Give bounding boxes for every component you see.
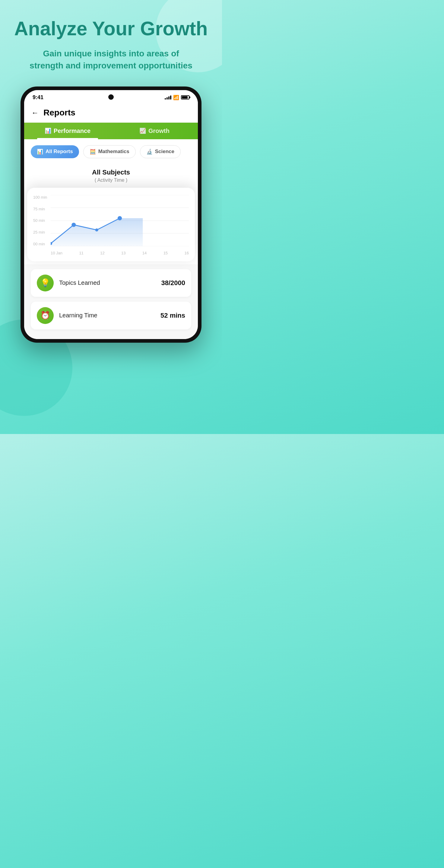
- signal-bar-3: [168, 96, 170, 99]
- topics-icon-circle: 💡: [37, 275, 54, 291]
- app-header: ← Reports: [24, 103, 198, 123]
- line-chart-svg: [51, 195, 189, 246]
- topics-icon: 💡: [40, 278, 50, 287]
- y-label-25min: 25 min: [33, 230, 50, 235]
- filter-math-label: Mathematics: [98, 149, 129, 155]
- time-icon-circle: ⏰: [37, 307, 54, 324]
- tab-growth-label: Growth: [148, 127, 170, 134]
- tab-performance[interactable]: 📊 Performance: [24, 123, 111, 139]
- battery-icon: [181, 95, 189, 99]
- wifi-icon: 📶: [173, 95, 179, 100]
- status-time: 9:41: [33, 94, 43, 101]
- back-button[interactable]: ←: [31, 108, 39, 117]
- filter-all-icon: 📊: [37, 149, 43, 155]
- filter-science-icon: 🔬: [146, 149, 153, 155]
- chart-inner: [51, 195, 189, 246]
- signal-bar-2: [167, 97, 168, 99]
- tab-performance-label: Performance: [54, 127, 90, 134]
- filter-all-label: All Reports: [46, 149, 73, 155]
- filter-math-icon: 🧮: [90, 149, 96, 155]
- filter-row: 📊 All Reports 🧮 Mathematics 🔬 Science: [24, 139, 198, 162]
- topics-value: 38/2000: [161, 279, 185, 287]
- chart-section: All Subjects ( Activity Time ) 00 min 25…: [24, 162, 198, 264]
- status-icons: 📶: [165, 95, 189, 100]
- hero-title: Analyze Your Growth: [14, 18, 208, 39]
- battery-fill: [182, 96, 188, 98]
- tab-bar: 📊 Performance 📈 Growth: [24, 123, 198, 139]
- camera-notch: [108, 94, 114, 100]
- y-label-0min: 00 min: [33, 242, 50, 246]
- tab-growth[interactable]: 📈 Growth: [111, 123, 198, 139]
- dot-3: [95, 228, 98, 231]
- chart-area: 00 min 25 min 50 min 75 min 100 min: [33, 195, 189, 255]
- stat-row-time: ⏰ Learning Time 52 mins: [31, 302, 191, 330]
- filter-science[interactable]: 🔬 Science: [140, 145, 181, 158]
- x-label-16: 16: [184, 251, 188, 255]
- topics-label: Topics Learned: [59, 279, 161, 286]
- chart-title: All Subjects: [31, 168, 191, 176]
- chart-subtitle: ( Activity Time ): [31, 178, 191, 183]
- growth-tab-icon: 📈: [139, 127, 146, 134]
- filter-science-label: Science: [155, 149, 174, 155]
- y-label-50min: 50 min: [33, 218, 50, 223]
- hero-subtitle: Gain unique insights into areas of stren…: [27, 48, 196, 71]
- y-label-75min: 75 min: [33, 207, 50, 211]
- stat-row-topics: 💡 Topics Learned 38/2000: [31, 269, 191, 297]
- signal-bar-1: [165, 98, 166, 99]
- x-label-13: 13: [121, 251, 125, 255]
- x-label-10jan: 10 Jan: [51, 251, 62, 255]
- time-label: Learning Time: [59, 312, 160, 319]
- dot-2: [71, 223, 76, 227]
- x-label-12: 12: [100, 251, 105, 255]
- x-axis-labels: 10 Jan 11 12 13 14 15 16: [51, 251, 189, 255]
- x-label-11: 11: [79, 251, 83, 255]
- filter-mathematics[interactable]: 🧮 Mathematics: [83, 145, 136, 158]
- stats-section: 💡 Topics Learned 38/2000 ⏰ Learning Time…: [24, 264, 198, 339]
- dot-4: [118, 216, 122, 220]
- time-icon: ⏰: [40, 311, 50, 320]
- signal-bars-icon: [165, 96, 171, 99]
- time-value: 52 mins: [160, 312, 185, 319]
- chart-card: 00 min 25 min 50 min 75 min 100 min: [27, 188, 195, 261]
- phone-wrapper: 9:41 📶 ← Report: [21, 87, 202, 343]
- performance-tab-icon: 📊: [45, 127, 51, 134]
- phone-frame: 9:41 📶 ← Report: [21, 87, 202, 343]
- x-label-15: 15: [164, 251, 168, 255]
- signal-bar-4: [170, 96, 171, 99]
- status-bar: 9:41 📶: [24, 90, 198, 103]
- filter-all-reports[interactable]: 📊 All Reports: [31, 145, 79, 158]
- y-axis-labels: 00 min 25 min 50 min 75 min 100 min: [33, 195, 50, 246]
- x-label-14: 14: [142, 251, 147, 255]
- app-title: Reports: [43, 108, 76, 118]
- phone-screen: 9:41 📶 ← Report: [24, 90, 198, 339]
- y-label-100min: 100 min: [33, 195, 50, 199]
